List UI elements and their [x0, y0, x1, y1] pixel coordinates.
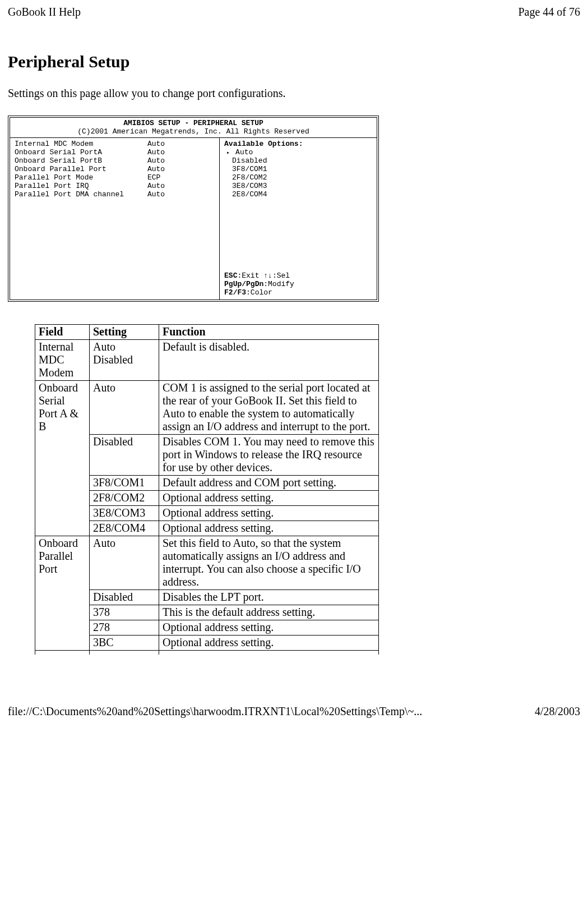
- table-header-field: Field: [35, 324, 90, 339]
- bios-help-key: ↑↓: [263, 271, 272, 280]
- cell-field: Internal MDC Modem: [35, 339, 90, 380]
- bios-help-key: ESC: [224, 271, 237, 280]
- cell-function: Optional address setting.: [159, 490, 379, 505]
- bios-setting-value: Auto: [147, 157, 216, 165]
- cell-setting: 2F8/COM2: [90, 490, 159, 505]
- cell-setting: Auto: [90, 380, 159, 434]
- bios-setting-label: Onboard Serial PortA: [15, 149, 147, 157]
- bios-option: 2E8/COM4: [224, 191, 373, 199]
- bios-options-panel: Available Options: Auto Disabled 3F8/COM…: [224, 140, 373, 199]
- bios-setting-label: Internal MDC Modem: [15, 140, 147, 149]
- cell-setting: 3E8/COM3: [90, 505, 159, 521]
- cell-setting: 2E8/COM4: [90, 521, 159, 536]
- bios-setting-value: Auto: [147, 191, 216, 199]
- cell-setting: Auto: [90, 536, 159, 590]
- bios-settings-panel: Internal MDC ModemAuto Onboard Serial Po…: [10, 138, 219, 300]
- page-title: Peripheral Setup: [8, 52, 580, 71]
- table-row: Onboard Parallel Port Auto Set this fiel…: [35, 536, 379, 590]
- doc-footer-path: file://C:\Documents%20and%20Settings\har…: [8, 705, 422, 718]
- cell-field: Onboard Parallel Port: [35, 536, 90, 650]
- table-row: Internal MDC Modem Auto Disabled Default…: [35, 339, 379, 380]
- cell-setting: 378: [90, 605, 159, 620]
- doc-footer-date: 4/28/2003: [535, 705, 580, 718]
- cell-setting: 3BC: [90, 635, 159, 650]
- bios-help-text: :Color: [246, 288, 272, 297]
- cell-function: Disables COM 1. You may need to remove t…: [159, 434, 379, 475]
- bios-setting-value: Auto: [147, 140, 216, 149]
- cell-field: Onboard Serial Port A & B: [35, 380, 90, 536]
- intro-text: Settings on this page allow you to chang…: [8, 87, 580, 100]
- bios-option-selected: Auto: [224, 149, 373, 157]
- bios-setting-label: Onboard Parallel Port: [15, 165, 147, 174]
- bios-screenshot: AMIBIOS SETUP - PERIPHERAL SETUP (C)2001…: [8, 116, 379, 302]
- bios-help-text: :Modify: [263, 280, 294, 288]
- cell-function: Optional address setting.: [159, 620, 379, 635]
- cell-function: Set this field to Auto, so that the syst…: [159, 536, 379, 590]
- cell-function: Disables the LPT port.: [159, 590, 379, 605]
- bios-subtitle: (C)2001 American Megatrends, Inc. All Ri…: [10, 128, 377, 136]
- doc-header-right: Page 44 of 76: [518, 6, 580, 19]
- cell-function: Optional address setting.: [159, 635, 379, 650]
- bios-option: Disabled: [224, 157, 373, 165]
- reference-table: Field Setting Function Internal MDC Mode…: [35, 324, 379, 655]
- cell-setting: Disabled: [90, 590, 159, 605]
- cell-function: COM 1 is assigned to the serial port loc…: [159, 380, 379, 434]
- bios-setting-value: ECP: [147, 174, 216, 182]
- cell-function: Default address and COM port setting.: [159, 475, 379, 490]
- table-header-setting: Setting: [90, 324, 159, 339]
- bios-help-key: F2/F3: [224, 288, 246, 297]
- table-row-empty: [35, 650, 379, 655]
- bios-option: 3F8/COM1: [224, 165, 373, 174]
- doc-header-left: GoBook II Help: [8, 6, 81, 19]
- bios-help-text: :Exit: [237, 271, 263, 280]
- bios-title: AMIBIOS SETUP - PERIPHERAL SETUP: [10, 119, 377, 128]
- bios-help-key: PgUp/PgDn: [224, 280, 263, 288]
- bios-setting-value: Auto: [147, 182, 216, 191]
- bios-setting-value: Auto: [147, 149, 216, 157]
- cell-setting: Auto Disabled: [90, 339, 159, 380]
- bios-setting-label: Parallel Port DMA channel: [15, 191, 147, 199]
- bios-setting-value: Auto: [147, 165, 216, 174]
- bios-setting-label: Parallel Port Mode: [15, 174, 147, 182]
- bios-setting-label: Onboard Serial PortB: [15, 157, 147, 165]
- cell-function: Default is disabled.: [159, 339, 379, 380]
- cell-function: This is the default address setting.: [159, 605, 379, 620]
- table-row: Onboard Serial Port A & B Auto COM 1 is …: [35, 380, 379, 434]
- cell-function: Optional address setting.: [159, 521, 379, 536]
- bios-help-text: :Sel: [272, 271, 290, 280]
- bios-options-header: Available Options:: [224, 140, 373, 149]
- cell-setting: 3F8/COM1: [90, 475, 159, 490]
- bios-option: 2F8/COM2: [224, 174, 373, 182]
- cell-function: Optional address setting.: [159, 505, 379, 521]
- table-header-function: Function: [159, 324, 379, 339]
- cell-setting: 278: [90, 620, 159, 635]
- bios-option: 3E8/COM3: [224, 182, 373, 191]
- bios-setting-label: Parallel Port IRQ: [15, 182, 147, 191]
- cell-setting: Disabled: [90, 434, 159, 475]
- bios-help-panel: ESC:Exit ↑↓:Sel PgUp/PgDn:Modify F2/F3:C…: [224, 272, 373, 297]
